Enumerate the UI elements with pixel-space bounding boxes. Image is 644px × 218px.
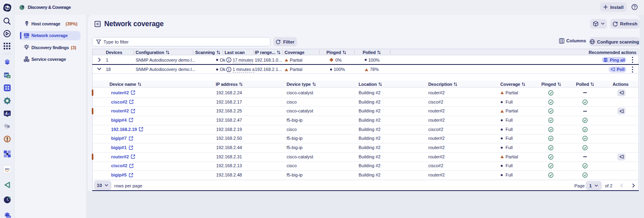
svg-text:aws: aws [5, 168, 10, 170]
svg-text:NEW: NEW [7, 216, 10, 218]
